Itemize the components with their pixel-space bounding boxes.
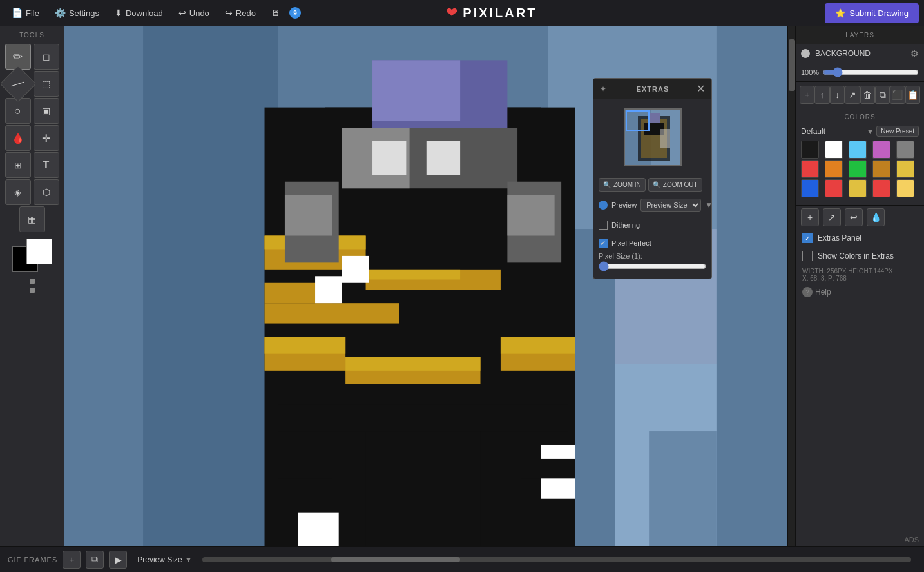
add-layer-button[interactable]: + bbox=[800, 86, 814, 104]
dropdown-icon: ▼ bbox=[705, 201, 713, 210]
foreground-color[interactable] bbox=[26, 239, 52, 264]
color-swatch[interactable] bbox=[849, 141, 867, 159]
gif-frames-label: GIF FRAMES bbox=[8, 556, 57, 564]
submit-drawing-button[interactable]: ⭐ Submit Drawing bbox=[825, 3, 919, 23]
line-tool[interactable]: ╱ bbox=[0, 66, 36, 103]
horizontal-scrollbar[interactable] bbox=[202, 557, 911, 562]
preview-label: Preview bbox=[611, 201, 637, 209]
extras-slider-row bbox=[593, 261, 711, 279]
select-tool[interactable]: ⬚ bbox=[34, 71, 59, 97]
extras-panel-row: ✓ Extras Panel bbox=[796, 229, 924, 247]
show-colors-checkbox[interactable] bbox=[802, 251, 813, 261]
zoom-in-button[interactable]: 🔍 ZOOM IN bbox=[599, 178, 646, 192]
color-swatch[interactable] bbox=[872, 179, 890, 197]
delete-layer-button[interactable]: 🗑 bbox=[860, 86, 875, 104]
extras-pixel-perfect-row: ✓ Pixel Perfect bbox=[599, 237, 706, 250]
redo-button[interactable]: ↪ Redo bbox=[218, 5, 262, 21]
zoom-out-button[interactable]: 🔍 ZOOM OUT bbox=[648, 178, 702, 192]
tool-row-5: ⊞ T bbox=[5, 152, 59, 178]
export-layer-button[interactable]: ↗ bbox=[845, 86, 860, 104]
duplicate-frame-button[interactable]: ⧉ bbox=[86, 551, 104, 569]
fill-tool[interactable]: ▣ bbox=[34, 98, 59, 124]
merge-layer-button[interactable]: ⬛ bbox=[890, 86, 905, 104]
pixel-size-slider[interactable] bbox=[599, 261, 706, 271]
add-frame-button[interactable]: + bbox=[63, 551, 81, 569]
play-button[interactable]: ▶ bbox=[109, 551, 127, 569]
pattern-tool[interactable]: ▦ bbox=[19, 206, 45, 232]
preview-size-select[interactable]: Preview Size 1x 2x 4x bbox=[640, 199, 701, 212]
move-up-button[interactable]: ↑ bbox=[814, 86, 829, 104]
scrollbar-thumb[interactable] bbox=[331, 557, 460, 562]
extras-zoom-row: 🔍 ZOOM IN 🔍 ZOOM OUT bbox=[593, 175, 711, 194]
notification-badge[interactable]: 9 bbox=[289, 7, 301, 19]
colors-section: COLORS Default ▼ New Preset bbox=[796, 108, 924, 206]
zoom-slider[interactable] bbox=[823, 67, 919, 77]
color-swatch[interactable] bbox=[896, 160, 914, 178]
color-swatch[interactable] bbox=[825, 179, 843, 197]
circle-tool[interactable]: ○ bbox=[5, 98, 31, 124]
main-layout: TOOLS ✏ ◻ ╱ ⬚ ○ ▣ 🩸 ✛ ⊞ T ◈ ⬡ ▦ bbox=[0, 26, 924, 546]
layer-item[interactable]: BACKGROUND ⚙ bbox=[796, 44, 924, 63]
move-down-button[interactable]: ↓ bbox=[830, 86, 845, 104]
tool-row-7: ▦ bbox=[19, 206, 45, 232]
tool-row-4: 🩸 ✛ bbox=[5, 125, 59, 151]
svg-rect-15 bbox=[366, 270, 461, 280]
download-button[interactable]: ⬇ Download bbox=[108, 5, 169, 21]
color-swatch[interactable] bbox=[849, 160, 867, 178]
logo-area: ❤ PIXILART bbox=[446, 5, 537, 21]
svg-rect-29 bbox=[298, 513, 339, 546]
new-preset-button[interactable]: New Preset bbox=[876, 126, 919, 137]
preview-radio[interactable] bbox=[599, 201, 608, 210]
duplicate-layer-button[interactable]: ⧉ bbox=[875, 86, 890, 104]
extras-close-button[interactable]: ✕ bbox=[697, 83, 705, 95]
dithering-checkbox[interactable] bbox=[599, 221, 608, 230]
layer-options-button[interactable]: 📋 bbox=[905, 86, 920, 104]
color-swatch[interactable] bbox=[825, 141, 843, 159]
color-swatch[interactable] bbox=[896, 179, 914, 197]
scrollbar-thumb[interactable] bbox=[789, 39, 795, 91]
preview-size-bottom: Preview Size ▼ bbox=[137, 555, 192, 564]
svg-rect-27 bbox=[342, 256, 369, 283]
undo-button[interactable]: ↩ Undo bbox=[172, 5, 216, 21]
color-swatch[interactable] bbox=[872, 141, 890, 159]
layer-visibility-toggle[interactable] bbox=[801, 49, 810, 58]
color-swatch[interactable] bbox=[801, 160, 819, 178]
logo-heart-icon: ❤ bbox=[446, 5, 457, 21]
pixel-perfect-checkbox[interactable]: ✓ bbox=[599, 239, 608, 248]
blur-tool[interactable]: ⬡ bbox=[34, 179, 59, 205]
svg-rect-36 bbox=[278, 404, 568, 431]
preview-size-bottom-label: Preview Size bbox=[137, 555, 182, 564]
tool-row-6: ◈ ⬡ bbox=[5, 179, 59, 205]
layer-settings-icon[interactable]: ⚙ bbox=[910, 48, 919, 59]
eyedropper-tool[interactable]: 🩸 bbox=[5, 125, 31, 151]
display-button[interactable]: 🖥 bbox=[265, 5, 287, 21]
color-swatch[interactable] bbox=[872, 160, 890, 178]
preview-size-arrow-icon[interactable]: ▼ bbox=[185, 555, 193, 564]
undo-color-button[interactable]: ↩ bbox=[845, 208, 863, 226]
move-tool[interactable]: ✛ bbox=[34, 125, 59, 151]
settings-button[interactable]: ⚙️ Settings bbox=[48, 5, 106, 21]
palette-dropdown-icon[interactable]: ▼ bbox=[866, 127, 874, 136]
colors-title: COLORS bbox=[801, 113, 919, 121]
file-button[interactable]: 📄 File bbox=[5, 5, 46, 21]
gradient-tool[interactable]: ◈ bbox=[5, 179, 31, 205]
vertical-scrollbar[interactable] bbox=[787, 26, 795, 546]
svg-rect-35 bbox=[649, 431, 717, 546]
svg-rect-21 bbox=[345, 357, 480, 371]
color-swatch[interactable] bbox=[801, 141, 819, 159]
canvas-area[interactable]: ✦ EXTRAS ✕ bbox=[64, 26, 795, 546]
help-button[interactable]: ? Help bbox=[796, 284, 924, 300]
color-swatch[interactable] bbox=[896, 141, 914, 159]
extras-panel-checkbox[interactable]: ✓ bbox=[802, 233, 813, 243]
pixel-perfect-label: Pixel Perfect bbox=[611, 239, 651, 247]
text-tool[interactable]: T bbox=[34, 152, 59, 178]
color-swatch[interactable] bbox=[849, 179, 867, 197]
share-color-button[interactable]: ↗ bbox=[823, 208, 841, 226]
zoom-in-icon: 🔍 bbox=[603, 181, 611, 188]
dropper-color-button[interactable]: 💧 bbox=[867, 208, 885, 226]
color-swatch[interactable] bbox=[801, 179, 819, 197]
add-color-button[interactable]: + bbox=[801, 208, 819, 226]
stamp-tool[interactable]: ⊞ bbox=[5, 152, 31, 178]
eraser-tool[interactable]: ◻ bbox=[34, 44, 59, 70]
color-swatch[interactable] bbox=[825, 160, 843, 178]
